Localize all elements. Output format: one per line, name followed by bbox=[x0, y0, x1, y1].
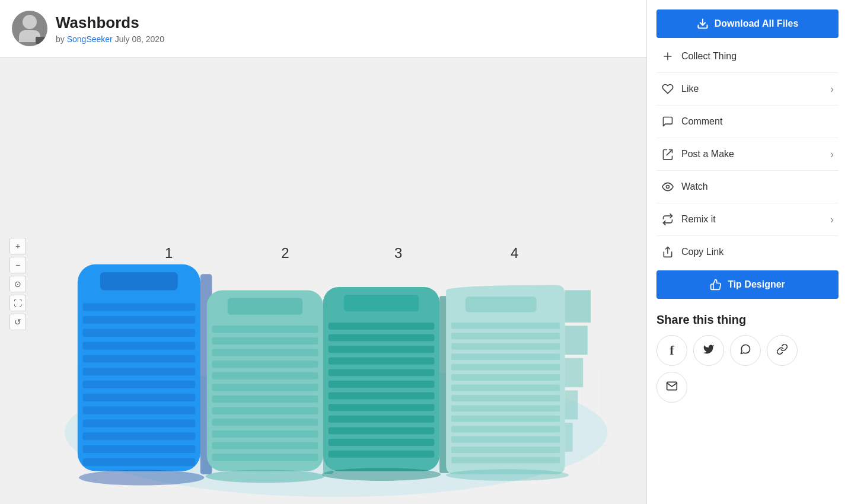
thing-meta: by SongSeeker July 08, 2020 bbox=[56, 34, 164, 44]
viewer-toolbar: + − ⊙ ⛶ ↺ bbox=[9, 238, 26, 330]
svg-rect-18 bbox=[83, 432, 196, 440]
svg-rect-35 bbox=[212, 442, 318, 449]
svg-rect-67 bbox=[451, 385, 560, 391]
svg-rect-17 bbox=[83, 419, 196, 427]
svg-rect-11 bbox=[83, 342, 196, 350]
svg-rect-34 bbox=[212, 430, 318, 438]
comment-action[interactable]: Comment bbox=[656, 106, 839, 138]
collect-thing-action[interactable]: Collect Thing bbox=[656, 40, 839, 73]
rotate-btn[interactable]: ↺ bbox=[9, 314, 26, 330]
fullscreen-btn[interactable]: ⛶ bbox=[9, 295, 26, 311]
comment-icon bbox=[661, 115, 674, 128]
copy-link-icon bbox=[661, 245, 674, 259]
svg-rect-52 bbox=[329, 451, 435, 458]
svg-rect-50 bbox=[329, 427, 435, 434]
remix-chevron: › bbox=[830, 213, 834, 226]
email-share-button[interactable] bbox=[656, 372, 687, 403]
image-viewer: + − ⊙ ⛶ ↺ 1 2 3 4 bbox=[0, 58, 646, 504]
twitter-share-button[interactable] bbox=[693, 335, 724, 366]
svg-rect-44 bbox=[329, 358, 435, 365]
render-image: 1 2 3 4 bbox=[0, 58, 646, 504]
svg-rect-71 bbox=[451, 426, 560, 432]
fit-btn[interactable]: ⊙ bbox=[9, 276, 26, 292]
svg-point-54 bbox=[322, 468, 441, 481]
remix-action[interactable]: Remix it › bbox=[656, 203, 839, 236]
like-action[interactable]: Like › bbox=[656, 73, 839, 106]
post-make-chevron: › bbox=[830, 148, 834, 161]
watch-icon bbox=[661, 180, 674, 193]
svg-rect-31 bbox=[212, 395, 318, 403]
svg-rect-9 bbox=[83, 316, 196, 324]
svg-rect-28 bbox=[212, 361, 318, 368]
avatar bbox=[12, 11, 47, 46]
share-buttons: f bbox=[656, 335, 839, 366]
remix-icon bbox=[661, 213, 674, 226]
svg-rect-57 bbox=[565, 358, 584, 387]
facebook-share-button[interactable]: f bbox=[656, 335, 687, 366]
plus-icon bbox=[661, 50, 674, 63]
svg-rect-55 bbox=[565, 290, 591, 323]
post-make-action[interactable]: Post a Make › bbox=[656, 138, 839, 171]
svg-rect-58 bbox=[565, 390, 578, 419]
svg-rect-26 bbox=[212, 337, 318, 344]
thing-title: Washbords bbox=[56, 14, 164, 32]
svg-rect-48 bbox=[329, 404, 435, 411]
svg-rect-16 bbox=[83, 407, 196, 414]
svg-rect-56 bbox=[565, 326, 588, 355]
tip-designer-button[interactable]: Tip Designer bbox=[656, 270, 839, 299]
svg-rect-65 bbox=[451, 364, 560, 371]
zoom-out-btn[interactable]: − bbox=[9, 257, 26, 273]
copy-link-action[interactable]: Copy Link bbox=[656, 236, 839, 268]
svg-rect-61 bbox=[451, 323, 560, 329]
svg-rect-29 bbox=[212, 372, 318, 379]
email-icon bbox=[666, 380, 678, 395]
watch-action[interactable]: Watch bbox=[656, 171, 839, 203]
svg-rect-27 bbox=[212, 349, 318, 356]
download-icon bbox=[697, 18, 709, 30]
svg-rect-70 bbox=[451, 416, 560, 422]
thing-header: Washbords by SongSeeker July 08, 2020 bbox=[0, 0, 646, 58]
link-share-button[interactable] bbox=[767, 335, 798, 366]
whatsapp-icon bbox=[739, 343, 751, 358]
share-title: Share this thing bbox=[656, 313, 839, 327]
svg-point-38 bbox=[206, 470, 325, 483]
svg-rect-32 bbox=[212, 407, 318, 414]
svg-rect-33 bbox=[212, 419, 318, 426]
svg-rect-72 bbox=[451, 436, 560, 443]
svg-rect-12 bbox=[83, 355, 196, 362]
svg-rect-40 bbox=[344, 295, 419, 311]
svg-rect-19 bbox=[83, 445, 196, 453]
svg-rect-49 bbox=[329, 416, 435, 423]
author-link[interactable]: SongSeeker bbox=[67, 34, 113, 44]
download-all-button[interactable]: Download All Files bbox=[656, 9, 839, 38]
svg-rect-45 bbox=[329, 369, 435, 376]
svg-point-79 bbox=[667, 186, 670, 189]
svg-rect-24 bbox=[228, 298, 302, 314]
by-label: by bbox=[56, 34, 65, 44]
zoom-in-btn[interactable]: + bbox=[9, 238, 26, 254]
sidebar: Download All Files Collect Thing Like › bbox=[646, 0, 848, 504]
svg-rect-64 bbox=[451, 353, 560, 360]
link-icon bbox=[776, 343, 788, 358]
svg-rect-7 bbox=[100, 272, 178, 291]
svg-rect-42 bbox=[329, 334, 435, 342]
svg-rect-15 bbox=[83, 394, 196, 401]
svg-rect-59 bbox=[565, 423, 573, 452]
twitter-icon bbox=[703, 343, 715, 358]
svg-rect-14 bbox=[83, 381, 196, 388]
svg-rect-46 bbox=[329, 381, 435, 388]
svg-rect-73 bbox=[451, 446, 560, 453]
whatsapp-share-button[interactable] bbox=[730, 335, 761, 366]
svg-rect-10 bbox=[83, 329, 196, 337]
svg-rect-30 bbox=[212, 384, 318, 391]
heart-icon bbox=[661, 82, 674, 95]
facebook-icon: f bbox=[670, 343, 674, 358]
svg-rect-69 bbox=[451, 405, 560, 412]
svg-rect-68 bbox=[451, 395, 560, 401]
svg-point-75 bbox=[446, 469, 569, 481]
svg-rect-25 bbox=[212, 326, 318, 333]
email-share-row bbox=[656, 372, 839, 403]
svg-rect-43 bbox=[329, 346, 435, 353]
svg-rect-20 bbox=[83, 458, 196, 466]
thumbs-up-icon bbox=[710, 279, 722, 291]
